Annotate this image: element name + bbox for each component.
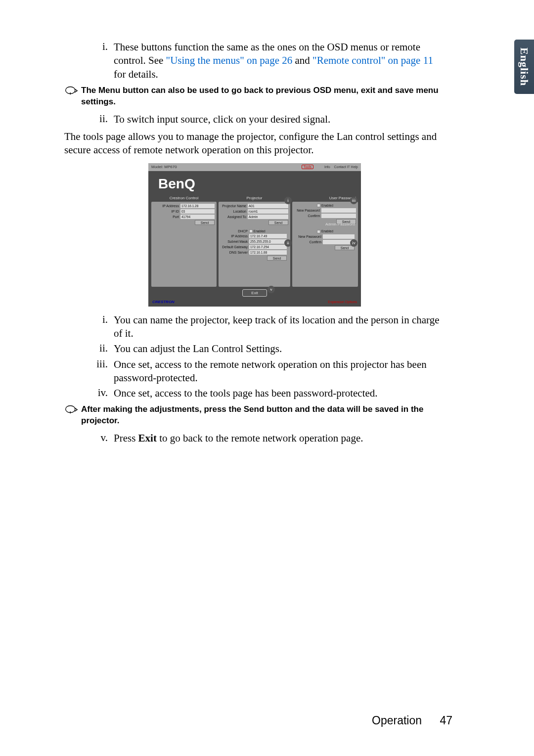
exit-button[interactable]: Exit	[242, 289, 267, 297]
projector-title: Projector	[219, 196, 290, 200]
field-label: IP ID	[153, 210, 180, 213]
crestron-ip-input[interactable]: 172.16.1.28	[180, 204, 215, 208]
lan-subpanel: DHCP Enabled IP Address172.16.7.49 Subne…	[221, 228, 288, 263]
user-confirmpw-input[interactable]	[321, 214, 356, 218]
note-text: The Menu button can also be used to go b…	[81, 85, 445, 108]
crestron-ipid-input[interactable]: 03	[180, 209, 215, 214]
lan-dns-input[interactable]: 172.16.1.88	[249, 250, 287, 255]
callout-v: v	[267, 286, 275, 293]
note-text: After making the adjustments, press the …	[81, 404, 445, 427]
field-label: Location	[221, 210, 248, 213]
note-send-button: After making the adjustments, press the …	[64, 404, 445, 427]
list-num: ii.	[94, 342, 114, 356]
callout-iv: iv	[350, 239, 357, 247]
admin-pw-enabled-label: Enabled	[321, 229, 333, 233]
list-ii-block: ii. To switch input source, click on you…	[94, 113, 445, 126]
callout-i: i	[284, 197, 292, 204]
note-icon	[64, 85, 78, 95]
field-label: IP Address	[153, 204, 180, 208]
field-label: Port	[153, 215, 180, 219]
projector-name-input[interactable]: A01	[248, 204, 288, 208]
field-label: Default Gateway	[222, 245, 249, 249]
crestron-panel: Crestron Control IP Address172.16.1.28 I…	[151, 202, 217, 287]
tab-contact[interactable]: Contact IT Help	[334, 165, 358, 169]
field-label: New Password	[296, 235, 323, 238]
admin-newpw-input[interactable]	[323, 234, 355, 239]
crestron-port-input[interactable]: 41794	[180, 215, 215, 219]
list-body: You can adjust the Lan Control Settings.	[114, 342, 445, 356]
dhcp-checkbox[interactable]	[249, 229, 253, 233]
callout-iii: iii	[350, 197, 357, 204]
field-label: Confirm	[296, 240, 323, 244]
list-num: iv.	[94, 387, 114, 400]
text-b: for details.	[114, 68, 158, 80]
model-label: Model: MP670	[151, 165, 177, 169]
dhcp-enabled-label: Enabled	[254, 229, 266, 233]
footer-section: Operation	[372, 714, 422, 727]
list-num: i.	[94, 41, 114, 81]
projector-panel: Projector Projector NameA01 Locationroom…	[219, 202, 290, 287]
language-label: English	[518, 47, 531, 86]
password-panel: User Password Enabled New Password Confi…	[292, 202, 358, 287]
ss-panels: Crestron Control IP Address172.16.1.28 I…	[151, 202, 358, 287]
list-item-i: i. These buttons function the same as th…	[94, 41, 445, 81]
lan-subnet-input[interactable]: 255.255.255.0	[249, 239, 287, 244]
footer-page-number: 47	[440, 714, 452, 727]
field-label: Projector Name	[221, 204, 248, 208]
list-item-v: v. Press Exit to go back to the remote n…	[94, 432, 445, 445]
field-label: Subnet Mask	[222, 240, 249, 243]
admin-pw-enabled-checkbox[interactable]	[317, 230, 320, 233]
field-label: IP Address	[222, 234, 249, 238]
list-item: ii. You can adjust the Lan Control Setti…	[94, 342, 445, 356]
text-pre: Press	[114, 432, 138, 444]
list-body: Once set, access to the remote network o…	[114, 358, 445, 385]
roman-v-block: v. Press Exit to go back to the remote n…	[94, 432, 445, 445]
list-body: Press Exit to go back to the remote netw…	[114, 432, 445, 445]
projector-assigned-input[interactable]: Admin	[248, 215, 288, 219]
list-item-ii: ii. To switch input source, click on you…	[94, 113, 445, 126]
list-body: Once set, access to the tools page has b…	[114, 387, 445, 400]
roman-list: i. You can name the projector, keep trac…	[94, 313, 445, 400]
crestron-send-button[interactable]: Send	[195, 220, 215, 225]
lan-ip-input[interactable]: 172.16.7.49	[249, 234, 287, 238]
field-label: Confirm	[294, 214, 321, 218]
language-side-tab: English	[514, 40, 534, 94]
exit-bold: Exit	[138, 432, 157, 444]
expansion-options-link[interactable]: Expansion Options	[328, 300, 357, 304]
field-label: Assigned To	[221, 215, 248, 219]
ss-footer: CRESTRON Expansion Options	[152, 299, 357, 306]
link-using-menus[interactable]: "Using the menus" on page 26	[166, 54, 293, 66]
ss-topbar: Model: MP670 Tools Info Contact IT Help	[148, 163, 361, 171]
admin-password-title: Admin Password	[325, 222, 355, 226]
user-pw-enabled-checkbox[interactable]	[317, 204, 320, 207]
intro-list: i. These buttons function the same as th…	[94, 41, 445, 81]
topbar-tabs: Tools Info Contact IT Help	[302, 165, 358, 169]
list-num: v.	[94, 432, 114, 445]
crestron-title: Crestron Control	[151, 196, 217, 200]
text-mid: and	[292, 54, 312, 66]
projector-send-button[interactable]: Send	[268, 220, 288, 225]
list-num: i.	[94, 313, 114, 341]
list-num: iii.	[94, 358, 114, 385]
crestron-logo: CRESTRON	[152, 300, 175, 304]
field-label: DHCP	[222, 229, 249, 233]
field-label: New Password	[294, 209, 321, 212]
lan-send-button[interactable]: Send	[267, 256, 287, 261]
tab-tools[interactable]: Tools	[302, 165, 313, 169]
projector-location-input[interactable]: room1	[248, 209, 288, 214]
lan-gateway-input[interactable]: 172.16.7.254	[249, 245, 287, 249]
page-footer: Operation 47	[372, 714, 452, 727]
user-pw-enabled-label: Enabled	[321, 204, 333, 207]
tab-info[interactable]: Info	[324, 165, 330, 169]
page-content: i. These buttons function the same as th…	[64, 41, 445, 449]
exit-wrap: Exit	[148, 289, 361, 297]
benq-logo: BenQ	[158, 176, 195, 192]
note-icon	[64, 404, 78, 414]
text-post: to go back to the remote network operati…	[157, 432, 363, 444]
list-body: These buttons function the same as the o…	[114, 41, 445, 81]
callout-ii: ii	[284, 239, 292, 247]
link-remote-control[interactable]: "Remote control" on page 11	[312, 54, 433, 66]
list-num: ii.	[94, 113, 114, 126]
user-newpw-input[interactable]	[321, 208, 356, 213]
admin-pw-subpanel: Admin Password Enabled New Password Conf…	[294, 228, 356, 252]
